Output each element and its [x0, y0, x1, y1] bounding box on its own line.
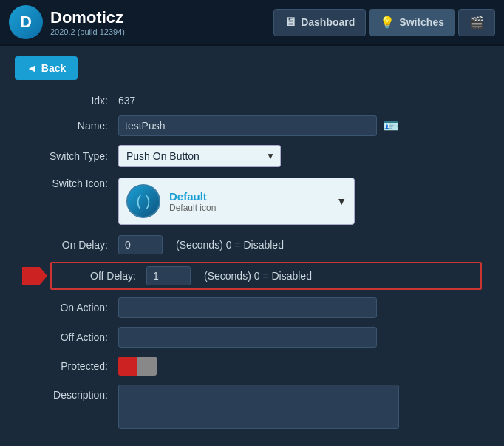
off-action-label: Off Action: [22, 331, 118, 343]
on-action-input[interactable] [118, 297, 377, 318]
switches-button[interactable]: 💡 Switches [369, 9, 455, 36]
off-action-value [118, 327, 482, 348]
toggle-off-part [137, 357, 157, 376]
name-label: Name: [22, 120, 118, 132]
app-version: 2020.2 (build 12394) [50, 27, 125, 36]
name-row: Name: 🪪 [22, 111, 482, 141]
on-delay-label: On Delay: [22, 239, 118, 251]
switch-type-wrapper: Push On Button ▼ [118, 145, 281, 167]
switch-icon-text-area: Default Default icon [169, 190, 327, 213]
switches-icon: 💡 [380, 16, 395, 30]
camera-icon: 🎬 [469, 16, 484, 30]
on-action-label: On Action: [22, 302, 118, 314]
red-arrow-icon [22, 267, 47, 285]
switch-type-select[interactable]: Push On Button [118, 145, 281, 167]
switch-icon-name: Default [169, 190, 327, 203]
description-value [118, 385, 482, 431]
back-area: ◄ Back [0, 46, 504, 90]
name-input[interactable] [118, 115, 377, 136]
switch-icon-row: Switch Icon: ( ) Default Default icon ▼ [22, 172, 482, 231]
off-action-input[interactable] [118, 327, 377, 348]
off-delay-bordered-box: Off Delay: (Seconds) 0 = Disabled [50, 262, 482, 290]
idx-label: Idx: [22, 95, 118, 107]
dashboard-icon: 🖥 [285, 16, 296, 29]
dashboard-label: Dashboard [301, 16, 355, 28]
idx-text: 637 [118, 95, 135, 107]
back-button[interactable]: ◄ Back [15, 56, 78, 80]
description-row: Description: [22, 380, 482, 436]
logo-text: Domoticz 2020.2 (build 12394) [50, 8, 125, 36]
toggle-on-part [118, 357, 137, 376]
off-delay-arrow-wrapper [22, 267, 47, 285]
switches-label: Switches [399, 16, 444, 28]
logo-area: D Domoticz 2020.2 (build 12394) [9, 5, 125, 39]
app-header: D Domoticz 2020.2 (build 12394) 🖥 Dashbo… [0, 0, 504, 46]
idx-row: Idx: 637 [22, 90, 482, 111]
on-delay-row: On Delay: (Seconds) 0 = Disabled [22, 231, 482, 259]
switch-type-value: Push On Button ▼ [118, 145, 482, 167]
header-nav: 🖥 Dashboard 💡 Switches 🎬 [273, 9, 495, 36]
app-name: Domoticz [50, 8, 125, 27]
description-label: Description: [22, 385, 118, 401]
switch-icon-arrow-icon: ▼ [336, 195, 347, 207]
on-delay-value: (Seconds) 0 = Disabled [118, 235, 482, 254]
on-action-row: On Action: [22, 293, 482, 322]
dashboard-button[interactable]: 🖥 Dashboard [273, 9, 366, 36]
name-card-icon: 🪪 [383, 118, 399, 134]
protected-toggle[interactable] [118, 357, 157, 376]
switch-type-row: Switch Type: Push On Button ▼ [22, 141, 482, 172]
off-delay-row-wrapper: Off Delay: (Seconds) 0 = Disabled [22, 259, 482, 293]
camera-button[interactable]: 🎬 [458, 9, 495, 36]
off-action-row: Off Action: [22, 322, 482, 352]
switch-icon-preview: ( ) [126, 184, 160, 218]
protected-row: Protected: [22, 352, 482, 380]
on-delay-hint: (Seconds) 0 = Disabled [176, 239, 284, 251]
off-delay-controls: (Seconds) 0 = Disabled [146, 266, 312, 285]
main-content: Idx: 637 Name: 🪪 Switch Type: Push On Bu… [0, 90, 504, 436]
switch-icon-dropdown[interactable]: ( ) Default Default icon ▼ [118, 178, 355, 225]
idx-value: 637 [118, 95, 482, 107]
switch-icon-symbol: ( ) [137, 193, 151, 210]
logo-icon: D [9, 5, 43, 39]
on-delay-input[interactable] [118, 235, 163, 254]
off-delay-input[interactable] [146, 266, 191, 285]
back-label: Back [41, 62, 66, 74]
switch-icon-label: Switch Icon: [22, 178, 118, 189]
name-value-area: 🪪 [118, 115, 482, 136]
protected-value [118, 357, 482, 376]
description-textarea[interactable] [118, 385, 399, 429]
off-delay-label: Off Delay: [58, 270, 146, 282]
switch-icon-desc: Default icon [169, 203, 327, 213]
off-delay-hint: (Seconds) 0 = Disabled [204, 270, 312, 282]
on-action-value [118, 297, 482, 318]
switch-icon-value: ( ) Default Default icon ▼ [118, 178, 482, 225]
switch-type-label: Switch Type: [22, 150, 118, 162]
back-arrow-icon: ◄ [27, 62, 37, 74]
protected-label: Protected: [22, 360, 118, 372]
